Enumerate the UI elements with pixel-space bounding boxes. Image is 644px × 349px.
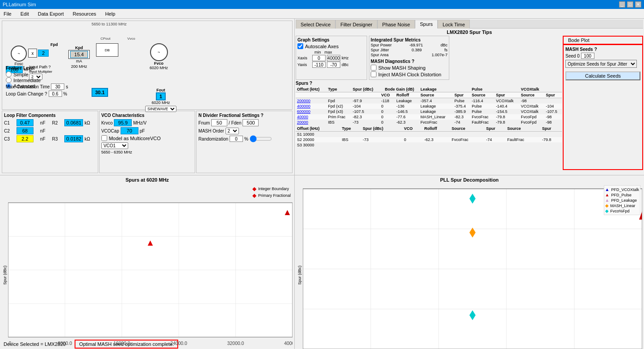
legend-primary-label: Primary Fractional xyxy=(258,193,291,198)
tab-lock-time[interactable]: Lock Time xyxy=(438,20,470,29)
tab-filter-designer[interactable]: Filter Designer xyxy=(335,20,377,29)
inject-clock-row: Inject MASH Clock Distortion xyxy=(371,71,447,77)
rand-slider[interactable] xyxy=(250,135,272,142)
top-section: 5650 to 11300 MHz ~ Fosc MHz x xyxy=(0,19,644,175)
n-divider-box[interactable]: 30.1 xyxy=(92,88,108,97)
maximize-button[interactable]: □ xyxy=(627,1,633,8)
legend-integer: ◆ Integer Boundary xyxy=(252,186,291,192)
calc-section: Max. Calculation Time s Loop Gain Change… xyxy=(6,83,68,97)
vco-0-1: 0 xyxy=(380,104,395,109)
c3-input[interactable] xyxy=(17,135,33,142)
sub-col-spur: Spur (dBc) xyxy=(361,126,402,132)
subh-spur3: Spur xyxy=(544,92,562,98)
menu-edit[interactable]: Edit xyxy=(19,10,31,17)
tab-spurs[interactable]: Spurs xyxy=(415,20,438,29)
s2-spur2: -79.8 xyxy=(541,137,562,142)
vco1-select[interactable]: VCO1 xyxy=(101,142,128,149)
vco-0-2: 0 xyxy=(380,109,395,114)
vcocap-input[interactable] xyxy=(121,127,138,134)
model-checkbox[interactable] xyxy=(101,135,107,141)
loop-gain-label: Loop Gain Change xyxy=(6,91,43,96)
subh-source3: Source xyxy=(519,92,544,98)
xaxis-max-input[interactable] xyxy=(327,55,340,61)
r3-input[interactable] xyxy=(64,135,83,142)
kpd-input[interactable] xyxy=(70,51,88,58)
autoscale-checkbox[interactable] xyxy=(297,43,303,49)
menu-data-export[interactable]: Data Export xyxy=(36,10,66,17)
c2-label: C2 xyxy=(4,129,16,133)
mash-seeds-help: ? xyxy=(594,47,597,52)
optimize-select[interactable]: Optimize Seeds for Spur Jitter xyxy=(565,60,637,68)
svg-text:0.0: 0.0 xyxy=(8,341,11,346)
c1-label: C1 xyxy=(4,120,16,125)
spur-table: Offset (kHz) Type Spur (dBc) Bode Gain (… xyxy=(296,87,562,125)
spurs-chart-inner: -70 -80 -90 -100 -110 0.0 8000.0 16000.0… xyxy=(8,183,293,349)
seed0-input[interactable] xyxy=(581,53,594,59)
yaxis-min-input[interactable] xyxy=(312,62,326,68)
c2-input[interactable] xyxy=(17,127,33,134)
c1-unit: nF xyxy=(40,120,51,125)
minimize-button[interactable]: _ xyxy=(619,1,625,8)
tab-phase-noise[interactable]: Phase Noise xyxy=(377,20,415,29)
type-fpd3: Fpd (x3) xyxy=(326,109,351,114)
fden-input[interactable] xyxy=(243,119,259,126)
kvco-input[interactable] xyxy=(114,119,132,126)
vco-0-3: 0 xyxy=(380,114,395,120)
mult-input[interactable] xyxy=(38,50,49,57)
close-button[interactable]: ✕ xyxy=(635,1,641,8)
sub-table-header: Offset (kHz) Type Spur (dBc) VCO Rolloff… xyxy=(296,126,562,132)
s2-source2: FaultFrac xyxy=(506,137,541,142)
loop-gain-input[interactable] xyxy=(49,91,62,97)
offset-40000[interactable]: 40000 xyxy=(296,114,326,120)
col-leakage: Leakage xyxy=(419,87,470,92)
max-calc-input[interactable] xyxy=(51,83,64,90)
rolloff-1465: -146.5 xyxy=(395,109,419,114)
c1-input[interactable] xyxy=(17,119,33,126)
waveform-select[interactable]: SINEWAVE xyxy=(145,106,176,112)
show-shaping-checkbox[interactable] xyxy=(371,65,376,71)
bode-tab-area: Bode Plot MASH Seeds ? Seed 0 xyxy=(563,36,643,170)
offset-600000[interactable]: 600000 xyxy=(296,109,326,114)
legend-diamond-1: ◆ xyxy=(252,186,256,192)
fout-box[interactable]: 1 xyxy=(156,92,166,100)
source-pulse2: Pulse xyxy=(470,104,494,109)
yaxis-max-input[interactable] xyxy=(327,62,340,68)
randomization-row: Randomization % xyxy=(198,135,290,142)
offset-20000[interactable]: 20000 xyxy=(296,120,326,125)
spur-3754: -375.4 xyxy=(453,104,471,109)
tab-select-device[interactable]: Select Device xyxy=(296,20,335,29)
xaxis-min-input[interactable] xyxy=(312,55,326,61)
rand-input[interactable] xyxy=(230,136,243,142)
calculate-seeds-button[interactable]: Calculate Seeds xyxy=(565,71,640,80)
pll-svg: -70 -80 -90 -100 -110 0.0 8000.0 16000.0… xyxy=(303,183,642,349)
vco-panel: VCO Characteristics Krvco MHz/V VCOCap p… xyxy=(99,111,196,173)
spur-jitter-unit: fs xyxy=(444,48,447,52)
show-shaping-label: Show MASH Shaping xyxy=(378,65,426,71)
source-fvcofpd1: FvcoFpd xyxy=(519,114,544,120)
inject-clock-checkbox[interactable] xyxy=(371,71,376,77)
menu-file[interactable]: File xyxy=(2,10,13,17)
legend-pfd-leakage-label: PFD_Leakage xyxy=(611,198,637,203)
seed0-label: Seed 0 xyxy=(565,54,580,58)
offset-200000[interactable]: 200000 xyxy=(296,98,326,104)
feature-simple-radio[interactable] xyxy=(6,71,12,77)
r2-input[interactable] xyxy=(64,119,83,126)
legend-tri-1: ▲ xyxy=(605,187,610,192)
menu-help[interactable]: Help xyxy=(103,10,117,17)
vco-0-4: 0 xyxy=(380,120,395,125)
feature-intermediate-radio[interactable] xyxy=(6,77,12,83)
offset-400000[interactable]: 400000 xyxy=(296,104,326,109)
mash-order-select[interactable]: 2 xyxy=(226,128,239,134)
tab-bode-plot[interactable]: Bode Plot xyxy=(563,36,643,45)
sub-col-spur1: Spur xyxy=(485,126,506,132)
type-fpd: Fpd xyxy=(326,98,351,104)
graph-settings-panel: Graph Settings Autoscale Axes min max xyxy=(296,36,367,80)
loop-gain-unit: % xyxy=(63,91,67,96)
subh-vco: VCO xyxy=(380,92,395,98)
fnum-input[interactable] xyxy=(211,119,227,126)
type-fpd2: Fpd (x2) xyxy=(326,104,351,109)
spur-1545: -154.5 xyxy=(494,109,519,114)
menu-resources[interactable]: Resources xyxy=(71,10,98,17)
fout-label: Fout xyxy=(156,88,165,92)
spur-98-4: -98 xyxy=(544,114,562,120)
